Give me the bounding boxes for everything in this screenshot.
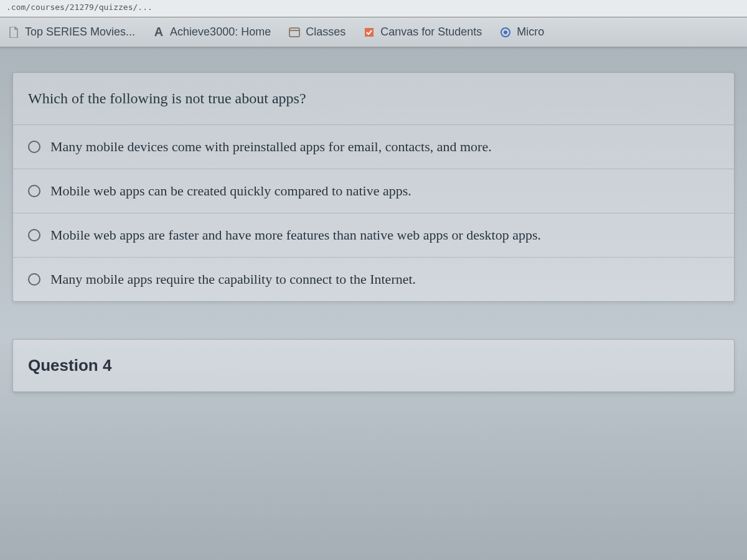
- canvas-icon: [363, 26, 375, 39]
- bookmarks-bar: Top SERIES Movies... A Achieve3000: Home…: [0, 17, 747, 47]
- option-text: Many mobile apps require the capability …: [50, 271, 416, 287]
- address-bar[interactable]: .com/courses/21279/quizzes/...: [0, 0, 747, 17]
- bookmark-classes[interactable]: Classes: [288, 26, 345, 39]
- options-list: Many mobile devices come with preinstall…: [13, 125, 734, 301]
- page-icon: [7, 26, 20, 39]
- next-question-title: Question 4: [28, 356, 719, 375]
- svg-point-4: [504, 30, 507, 34]
- bookmark-top-series[interactable]: Top SERIES Movies...: [7, 26, 135, 39]
- svg-rect-0: [289, 28, 299, 37]
- radio-icon: [28, 273, 40, 286]
- question-header: Which of the following is not true about…: [13, 73, 734, 125]
- question-text: Which of the following is not true about…: [28, 90, 719, 107]
- quiz-content: Which of the following is not true about…: [0, 47, 747, 405]
- bookmark-label: Top SERIES Movies...: [25, 26, 135, 39]
- option-row[interactable]: Mobile web apps are faster and have more…: [13, 213, 734, 258]
- option-row[interactable]: Many mobile apps require the capability …: [13, 258, 734, 301]
- a-icon: A: [153, 26, 165, 39]
- next-question-card: Question 4: [12, 339, 735, 393]
- option-text: Mobile web apps can be created quickly c…: [50, 183, 411, 199]
- bookmark-micro[interactable]: Micro: [499, 26, 544, 39]
- micro-icon: [499, 26, 512, 39]
- radio-icon: [28, 185, 40, 197]
- question-card: Which of the following is not true about…: [12, 72, 735, 302]
- bookmark-canvas[interactable]: Canvas for Students: [363, 26, 482, 39]
- bookmark-achieve[interactable]: A Achieve3000: Home: [153, 26, 271, 39]
- option-text: Many mobile devices come with preinstall…: [50, 139, 492, 155]
- option-row[interactable]: Many mobile devices come with preinstall…: [13, 125, 734, 169]
- option-row[interactable]: Mobile web apps can be created quickly c…: [13, 169, 734, 213]
- bookmark-label: Achieve3000: Home: [170, 26, 271, 39]
- bookmark-label: Micro: [517, 26, 544, 39]
- next-question-header: Question 4: [13, 340, 734, 392]
- radio-icon: [28, 141, 40, 153]
- bookmark-label: Classes: [306, 26, 345, 39]
- bookmark-label: Canvas for Students: [380, 26, 482, 39]
- svg-rect-2: [365, 28, 374, 37]
- option-text: Mobile web apps are faster and have more…: [50, 227, 541, 243]
- url-text: .com/courses/21279/quizzes/...: [6, 2, 153, 12]
- classes-icon: [288, 26, 301, 39]
- radio-icon: [28, 229, 40, 241]
